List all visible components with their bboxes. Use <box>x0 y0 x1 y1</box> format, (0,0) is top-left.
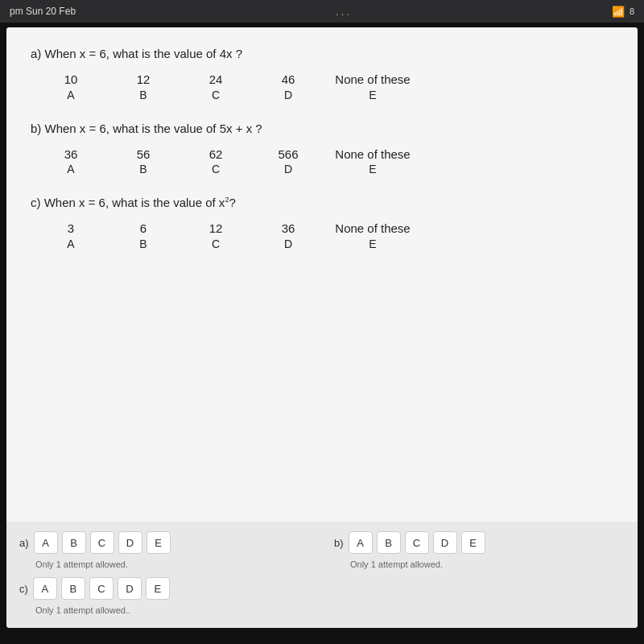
answer-a-label-row: a) A B C D E <box>19 531 310 554</box>
wifi-icon: 📶 <box>612 6 625 18</box>
option-c-E-value: None of these <box>335 221 410 237</box>
option-a-C: 24 C <box>184 72 248 102</box>
option-b-C-value: 62 <box>209 147 223 163</box>
answer-b-btn-A[interactable]: A <box>349 531 373 554</box>
answer-b-btn-E[interactable]: E <box>461 531 485 554</box>
question-c-block: c) When x = 6, what is the value of x2? … <box>31 196 613 251</box>
answer-c-label: c) <box>19 583 28 595</box>
option-c-C-letter: C <box>212 237 220 251</box>
option-c-B-value: 6 <box>140 221 147 237</box>
option-c-D: 36 D <box>256 221 320 251</box>
answer-b-row: b) A B C D E Only 1 attempt allowed. <box>334 531 625 569</box>
answer-a-btn-A[interactable]: A <box>34 531 58 554</box>
option-c-B-letter: B <box>139 237 147 251</box>
option-b-B-value: 56 <box>137 147 151 163</box>
option-b-A: 36 A <box>39 147 103 177</box>
answer-c-btn-C[interactable]: C <box>89 577 114 600</box>
option-a-D: 46 D <box>256 72 320 102</box>
option-a-E: None of these E <box>328 72 417 102</box>
answer-a-label: a) <box>19 537 29 549</box>
answer-c-row: c) A B C D E Only 1 attempt allowed.. <box>19 577 310 615</box>
content-area: a) When x = 6, what is the value of 4x ?… <box>6 27 638 628</box>
option-b-C: 62 C <box>184 147 248 177</box>
option-c-A-letter: A <box>67 237 74 251</box>
question-a-text: a) When x = 6, what is the value of 4x ? <box>31 47 613 60</box>
question-c-suffix: ? <box>229 196 235 209</box>
option-a-B-value: 12 <box>137 72 151 88</box>
answer-c-attempt: Only 1 attempt allowed.. <box>19 605 310 615</box>
option-a-B-letter: B <box>139 88 147 102</box>
answer-c-btn-B[interactable]: B <box>61 577 85 600</box>
answer-b-btn-C[interactable]: C <box>405 531 429 554</box>
answer-b-label: b) <box>334 537 344 549</box>
answer-a-btn-D[interactable]: D <box>118 531 142 554</box>
answer-a-btn-C[interactable]: C <box>90 531 114 554</box>
option-b-E: None of these E <box>328 147 417 177</box>
answer-b-buttons: A B C D E <box>349 531 485 554</box>
option-b-A-value: 36 <box>64 147 78 163</box>
answer-c-btn-D[interactable]: D <box>118 577 142 600</box>
top-bar: pm Sun 20 Feb ... 📶 8 <box>0 0 644 23</box>
dots-indicator: ... <box>336 6 352 18</box>
answer-a-btn-B[interactable]: B <box>62 531 86 554</box>
option-c-B: 6 B <box>111 221 175 251</box>
option-a-B: 12 B <box>111 72 175 102</box>
option-c-C: 12 C <box>184 221 248 251</box>
answer-a-btn-E[interactable]: E <box>147 531 171 554</box>
quiz-content: a) When x = 6, what is the value of 4x ?… <box>6 27 638 522</box>
answer-a-buttons: A B C D E <box>34 531 171 554</box>
option-c-D-letter: D <box>284 237 292 251</box>
option-b-B: 56 B <box>111 147 175 177</box>
option-a-E-value: None of these <box>335 72 410 88</box>
option-c-E-letter: E <box>369 237 376 251</box>
option-c-A-value: 3 <box>68 221 74 237</box>
answer-b-btn-D[interactable]: D <box>433 531 457 554</box>
question-c-options: 3 A 6 B 12 C 36 D <box>31 221 613 251</box>
battery-indicator: 8 <box>630 6 634 16</box>
option-b-B-letter: B <box>139 162 147 176</box>
answer-c-btn-E[interactable]: E <box>146 577 170 600</box>
question-a-options: 10 A 12 B 24 C 46 D <box>31 72 613 102</box>
answer-section: a) A B C D E Only 1 attempt allowed. b) <box>6 522 638 628</box>
time-display: pm Sun 20 Feb <box>10 6 76 17</box>
option-a-D-value: 46 <box>282 72 295 88</box>
question-c-prefix: c) When x = 6, what is the value of x <box>31 196 225 209</box>
option-b-E-value: None of these <box>335 147 410 163</box>
answer-c-buttons: A B C D E <box>33 577 170 600</box>
option-b-A-letter: A <box>67 162 74 176</box>
option-b-C-letter: C <box>212 162 220 176</box>
question-a-block: a) When x = 6, what is the value of 4x ?… <box>31 47 613 102</box>
option-b-D: 566 D <box>256 147 320 177</box>
option-a-A: 10 A <box>39 72 103 102</box>
answer-b-attempt: Only 1 attempt allowed. <box>334 559 625 569</box>
question-c-text: c) When x = 6, what is the value of x2? <box>31 196 613 209</box>
question-b-options: 36 A 56 B 62 C 566 D <box>31 147 613 177</box>
answer-b-btn-B[interactable]: B <box>377 531 401 554</box>
option-a-A-letter: A <box>67 88 74 102</box>
option-a-E-letter: E <box>369 88 376 102</box>
answer-a-attempt: Only 1 attempt allowed. <box>19 559 310 569</box>
option-a-A-value: 10 <box>64 72 78 88</box>
answer-b-label-row: b) A B C D E <box>334 531 625 554</box>
status-icons: 📶 8 <box>612 6 634 18</box>
option-a-D-letter: D <box>284 88 292 102</box>
screen-bezel: a) When x = 6, what is the value of 4x ?… <box>0 23 644 644</box>
option-b-D-letter: D <box>284 162 292 176</box>
question-b-block: b) When x = 6, what is the value of 5x +… <box>31 122 613 177</box>
answer-c-btn-A[interactable]: A <box>33 577 57 600</box>
option-c-C-value: 12 <box>209 221 223 237</box>
question-b-text: b) When x = 6, what is the value of 5x +… <box>31 122 613 135</box>
option-c-A: 3 A <box>39 221 103 251</box>
option-b-E-letter: E <box>369 162 376 176</box>
option-c-D-value: 36 <box>282 221 295 237</box>
option-a-C-value: 24 <box>209 72 223 88</box>
option-a-C-letter: C <box>212 88 220 102</box>
answer-a-row: a) A B C D E Only 1 attempt allowed. <box>19 531 310 569</box>
option-c-E: None of these E <box>328 221 417 251</box>
answer-c-label-row: c) A B C D E <box>19 577 310 600</box>
option-b-D-value: 566 <box>278 147 298 163</box>
